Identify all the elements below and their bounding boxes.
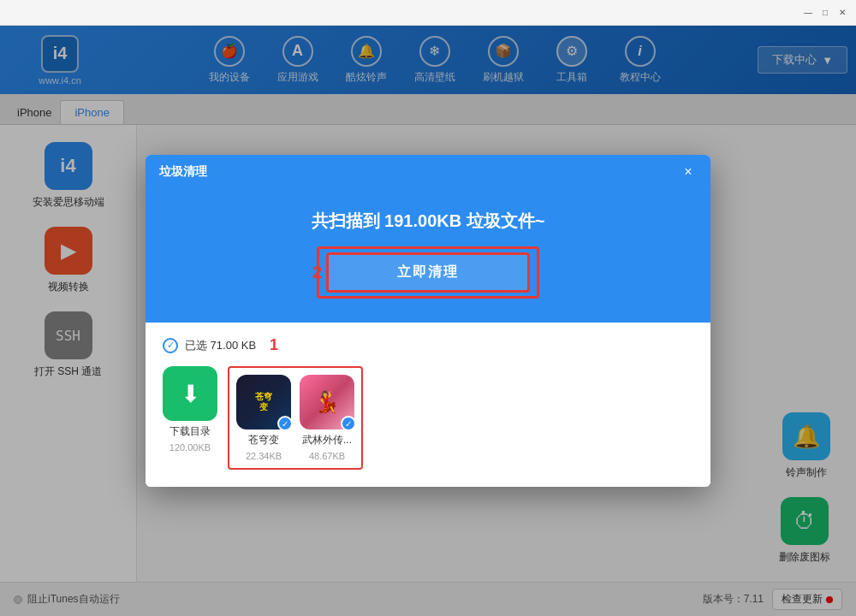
- selected-size-label: 已选 71.00 KB: [185, 338, 256, 353]
- cangpianbian-size: 22.34KB: [246, 451, 282, 461]
- cangpianbian-name: 苍穹变: [248, 433, 279, 447]
- check-circle-icon: ✓: [163, 338, 178, 353]
- modal-body: ✓ 已选 71.00 KB 1 ⬇ 下载目录 120.00KB: [146, 323, 710, 487]
- modal-dialog: 垃圾清理 × 共扫描到 191.00KB 垃圾文件~ 2 立即清理 ✓ 已选 7…: [146, 155, 710, 487]
- wulin-name: 武林外传...: [302, 433, 352, 447]
- selected-info: ✓ 已选 71.00 KB 1: [163, 336, 693, 354]
- modal-top: 共扫描到 191.00KB 垃圾文件~ 2 立即清理: [146, 189, 710, 323]
- cangpianbian-check-icon: ✓: [277, 416, 293, 431]
- minimize-button[interactable]: —: [801, 6, 815, 20]
- clean-button-wrapper: 立即清理: [317, 246, 539, 299]
- app-item-cangpianbian[interactable]: 苍穹变 ✓ 苍穹变 22.34KB: [236, 375, 291, 461]
- modal-header: 垃圾清理 ×: [146, 155, 710, 189]
- download-dir-size: 120.00KB: [169, 442, 211, 453]
- selected-apps-box: 苍穹变 ✓ 苍穹变 22.34KB 💃 ✓ 武林外传...: [228, 366, 363, 470]
- cangpianbian-icon-wrapper: 苍穹变 ✓: [236, 375, 291, 429]
- clean-now-button[interactable]: 立即清理: [326, 252, 530, 293]
- app-list: ⬇ 下载目录 120.00KB 苍穹变 ✓: [163, 366, 693, 470]
- step2-label: 2: [312, 263, 322, 282]
- wulin-icon-wrapper: 💃 ✓: [300, 375, 354, 429]
- download-dir-icon: ⬇: [163, 366, 217, 421]
- wulin-check-icon: ✓: [341, 416, 356, 431]
- scan-result-text: 共扫描到 191.00KB 垃圾文件~: [163, 210, 693, 233]
- download-dir-name: 下载目录: [169, 424, 211, 439]
- modal-close-button[interactable]: ×: [680, 163, 697, 181]
- app-item-wulin[interactable]: 💃 ✓ 武林外传... 48.67KB: [300, 375, 354, 461]
- download-dir-icon-wrapper: ⬇: [163, 366, 217, 421]
- modal-overlay: 垃圾清理 × 共扫描到 191.00KB 垃圾文件~ 2 立即清理 ✓ 已选 7…: [0, 26, 856, 616]
- wulin-size: 48.67KB: [309, 451, 345, 461]
- close-window-button[interactable]: ✕: [835, 6, 849, 20]
- maximize-button[interactable]: □: [818, 6, 832, 20]
- titlebar: — □ ✕: [0, 0, 856, 26]
- modal-title: 垃圾清理: [159, 164, 207, 180]
- step1-label: 1: [270, 336, 278, 354]
- app-item-download-dir[interactable]: ⬇ 下载目录 120.00KB: [163, 366, 217, 453]
